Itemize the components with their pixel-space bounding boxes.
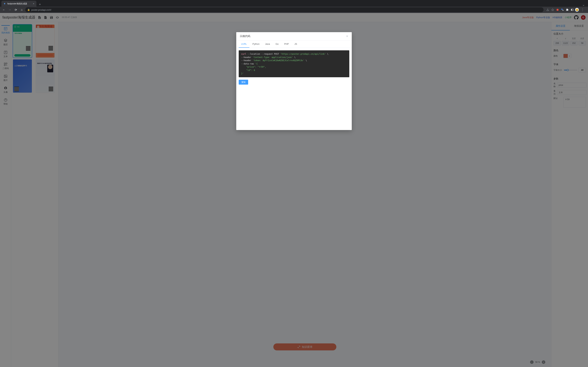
new-tab-button[interactable]: ＋ bbox=[37, 2, 42, 7]
forward-icon[interactable]: → bbox=[7, 7, 12, 12]
tab-close-icon[interactable]: × bbox=[33, 2, 34, 5]
tab-go[interactable]: Go bbox=[273, 41, 281, 48]
browser-tabbar: fastposter海报生成器 × ＋ ⌄ bbox=[0, 0, 588, 7]
tab-python[interactable]: Python bbox=[250, 41, 262, 48]
modal-close-icon[interactable]: ✕ bbox=[346, 35, 348, 38]
url-input[interactable]: 🔒 poster.prodapi.cn/#/ bbox=[25, 7, 544, 12]
bookmark-star-icon[interactable] bbox=[551, 8, 555, 12]
profile-avatar-icon[interactable]: 🐱 bbox=[575, 8, 579, 12]
svg-rect-4 bbox=[571, 9, 572, 10]
window-expand-icon[interactable]: ⌄ bbox=[580, 3, 587, 7]
browser-menu-icon[interactable]: ⋮ bbox=[579, 8, 586, 12]
browser-addressbar: ← → ⟳ ⌂ 🔒 poster.prodapi.cn/#/ 🐱 ⋮ bbox=[0, 7, 588, 13]
modal-title: 示例代码 bbox=[240, 35, 250, 38]
svg-rect-1 bbox=[562, 9, 562, 10]
svg-rect-2 bbox=[562, 10, 563, 11]
extension-red-icon[interactable] bbox=[555, 8, 560, 12]
extensions-puzzle-icon[interactable] bbox=[565, 8, 570, 12]
page-viewport: fastposter海报生成器 00:55:47 已保存 Java专业版 Pyt… bbox=[0, 13, 588, 367]
browser-tab[interactable]: fastposter海报生成器 × bbox=[1, 1, 36, 7]
copy-button[interactable]: 复制 bbox=[239, 80, 248, 84]
lock-icon: 🔒 bbox=[27, 8, 30, 11]
tab-favicon-icon bbox=[3, 2, 6, 5]
translate-icon[interactable] bbox=[560, 8, 564, 12]
back-icon[interactable]: ← bbox=[1, 7, 6, 12]
tab-curl[interactable]: cURL bbox=[239, 41, 249, 48]
code-modal: 示例代码 ✕ cURL Python Java Go PHP JS curl -… bbox=[236, 32, 352, 130]
reload-icon[interactable]: ⟳ bbox=[13, 7, 18, 12]
tab-php[interactable]: PHP bbox=[282, 41, 291, 48]
tab-title: fastposter海报生成器 bbox=[7, 2, 27, 5]
browser-window: fastposter海报生成器 × ＋ ⌄ ← → ⟳ ⌂ 🔒 poster.p… bbox=[0, 0, 588, 367]
code-block[interactable]: curl --location --request POST 'https://… bbox=[239, 50, 349, 77]
svg-rect-0 bbox=[557, 9, 559, 11]
code-tabs: cURL Python Java Go PHP JS bbox=[236, 41, 352, 48]
home-icon[interactable]: ⌂ bbox=[19, 7, 24, 12]
modal-overlay[interactable]: 示例代码 ✕ cURL Python Java Go PHP JS curl -… bbox=[0, 13, 588, 367]
panel-icon[interactable] bbox=[570, 8, 574, 12]
tab-js[interactable]: JS bbox=[292, 41, 300, 48]
tab-java[interactable]: Java bbox=[263, 41, 272, 48]
url-text: poster.prodapi.cn/#/ bbox=[31, 8, 51, 11]
share-icon[interactable] bbox=[546, 8, 550, 12]
toolbar-extensions: 🐱 ⋮ bbox=[545, 8, 587, 12]
